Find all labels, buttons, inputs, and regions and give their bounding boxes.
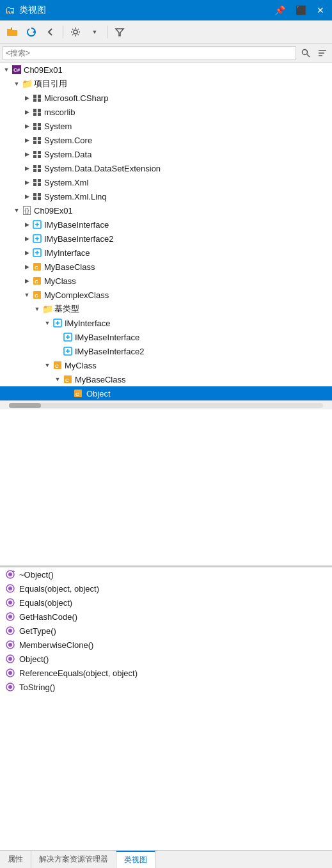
expand-system[interactable] bbox=[22, 119, 32, 133]
search-input[interactable] bbox=[3, 46, 296, 60]
tree-item-base-type[interactable]: 📁 基类型 bbox=[0, 302, 332, 316]
expand-mycomplexclass[interactable] bbox=[22, 288, 32, 302]
ref-icon-system-core bbox=[32, 135, 42, 145]
member-item-referenceequals[interactable]: ReferenceEquals(object, object) bbox=[0, 666, 332, 680]
close-button[interactable]: ✕ bbox=[314, 4, 327, 17]
tree-item-proj-ref[interactable]: 📁 项目引用 bbox=[0, 77, 332, 91]
member-item-gethashcode[interactable]: GetHashCode() bbox=[0, 610, 332, 624]
dock-button[interactable]: ⬛ bbox=[293, 4, 309, 17]
expand-imybase[interactable] bbox=[22, 217, 32, 232]
expand-imyinterface2[interactable] bbox=[42, 316, 52, 330]
member-item-memberwiseclone[interactable]: + MemberwiseClone() bbox=[0, 638, 332, 652]
tree-item-system[interactable]: System bbox=[0, 119, 332, 133]
tree-item-imyinterface[interactable]: IMyInterface bbox=[0, 246, 332, 260]
member-item-object-ctor[interactable]: Object() bbox=[0, 652, 332, 666]
tree-item-imyinterface2[interactable]: IMyInterface bbox=[0, 316, 332, 330]
window-icon: 🗂 bbox=[5, 4, 15, 16]
member-item-equals-1[interactable]: Equals(object) bbox=[0, 596, 332, 610]
svg-point-13 bbox=[303, 49, 308, 54]
tree-item-system-xml[interactable]: System.Xml bbox=[0, 175, 332, 189]
expand-ch09ex01[interactable] bbox=[1, 63, 12, 77]
expand-imybaseinterface2-leaf bbox=[52, 344, 63, 358]
expand-ms-csharp[interactable] bbox=[22, 91, 32, 105]
tree-label-ch09ex01: Ch09Ex01 bbox=[24, 65, 63, 75]
svg-rect-30 bbox=[33, 137, 36, 140]
tab-class-view[interactable]: 类视图 bbox=[116, 851, 155, 868]
svg-rect-18 bbox=[33, 95, 36, 98]
expand-imyinterface[interactable] bbox=[22, 246, 32, 260]
expand-system-data-dse[interactable] bbox=[22, 161, 32, 175]
pin-button[interactable]: 📌 bbox=[272, 4, 288, 17]
class-icon-myclass2: C bbox=[52, 360, 63, 370]
expand-mscorlib[interactable] bbox=[22, 105, 32, 119]
tree-item-system-data-dse[interactable]: System.Data.DataSetExtension bbox=[0, 161, 332, 175]
tree-item-system-data[interactable]: System.Data bbox=[0, 147, 332, 161]
namespace-icon: {} bbox=[22, 205, 32, 216]
tree-item-imybaseinterface2-leaf[interactable]: IMyBaseInterface2 bbox=[0, 344, 332, 358]
expand-ch09ex01-ns[interactable] bbox=[12, 203, 22, 217]
tree-label-system-data-dse: System.Data.DataSetExtension bbox=[44, 164, 161, 173]
expand-system-xml-linq[interactable] bbox=[22, 189, 32, 203]
tree-label-system-xml-linq: System.Xml.Linq bbox=[44, 192, 107, 201]
tree-item-imybaseinterface-leaf[interactable]: IMyBaseInterface bbox=[0, 330, 332, 344]
tree-item-ch09ex01-ns[interactable]: {} Ch09Ex01 bbox=[0, 203, 332, 217]
tab-solution-explorer[interactable]: 解决方案资源管理器 bbox=[31, 851, 116, 868]
member-item-dtor[interactable]: + ~Object() bbox=[0, 567, 332, 581]
tree-item-imybase[interactable]: IMyBaseInterface bbox=[0, 217, 332, 232]
member-item-equals-2[interactable]: Equals(object, object) bbox=[0, 581, 332, 596]
settings-button[interactable] bbox=[67, 24, 84, 40]
refresh-button[interactable] bbox=[23, 24, 40, 40]
expand-mybaseclass[interactable] bbox=[22, 260, 32, 274]
svg-point-95 bbox=[8, 657, 12, 661]
svg-line-9 bbox=[72, 29, 74, 30]
filter-button[interactable] bbox=[111, 24, 128, 40]
interface-icon-leaf1 bbox=[63, 332, 73, 342]
horizontal-scrollbar[interactable] bbox=[0, 400, 332, 409]
interface-icon-imyinterface2 bbox=[52, 318, 63, 328]
member-item-gettype[interactable]: GetType() bbox=[0, 624, 332, 638]
back-button[interactable] bbox=[42, 24, 59, 40]
settings-dropdown-button[interactable]: ▼ bbox=[86, 24, 103, 40]
member-item-tostring[interactable]: ToString() bbox=[0, 680, 332, 694]
svg-rect-43 bbox=[38, 179, 41, 182]
svg-point-90 bbox=[8, 629, 12, 633]
tree-label-myclass: MyClass bbox=[44, 276, 76, 286]
tree-label-imyinterface2: IMyInterface bbox=[65, 319, 111, 328]
svg-point-84 bbox=[8, 587, 12, 590]
folder-icon-base-type: 📁 bbox=[42, 304, 52, 314]
tree-item-imybase2[interactable]: IMyBaseInterface2 bbox=[0, 232, 332, 246]
tree-item-object[interactable]: C Object bbox=[0, 386, 332, 400]
expand-system-xml[interactable] bbox=[22, 175, 32, 189]
expand-system-core[interactable] bbox=[22, 133, 32, 147]
expand-myclass2[interactable] bbox=[42, 358, 52, 372]
svg-line-10 bbox=[78, 34, 79, 35]
svg-rect-28 bbox=[33, 127, 36, 130]
expand-system-data[interactable] bbox=[22, 147, 32, 161]
expand-mybaseclass2[interactable] bbox=[52, 372, 63, 386]
svg-rect-21 bbox=[38, 99, 41, 102]
add-folder-button[interactable] bbox=[4, 24, 20, 40]
expand-proj-ref[interactable] bbox=[12, 77, 22, 91]
tree-item-system-xml-linq[interactable]: System.Xml.Linq bbox=[0, 189, 332, 203]
svg-rect-27 bbox=[38, 123, 41, 126]
svg-rect-49 bbox=[38, 197, 41, 200]
tree-item-mscorlib[interactable]: mscorlib bbox=[0, 105, 332, 119]
tree-item-myclass[interactable]: C MyClass bbox=[0, 274, 332, 288]
tree-item-ms-csharp[interactable]: Microsoft.CSharp bbox=[0, 91, 332, 105]
ref-icon-system-data-dse bbox=[32, 163, 42, 173]
tree-label-base-type: 基类型 bbox=[54, 303, 79, 315]
expand-imybase2[interactable] bbox=[22, 232, 32, 246]
svg-point-99 bbox=[8, 685, 12, 689]
tab-properties[interactable]: 属性 bbox=[0, 851, 31, 868]
cs-icon: C# bbox=[12, 65, 22, 75]
sort-button[interactable] bbox=[315, 46, 329, 60]
tree-item-mycomplexclass[interactable]: C MyComplexClass bbox=[0, 288, 332, 302]
tree-item-mybaseclass2[interactable]: C MyBaseClass bbox=[0, 372, 332, 386]
expand-myclass[interactable] bbox=[22, 274, 32, 288]
tree-item-ch09ex01[interactable]: C# Ch09Ex01 bbox=[0, 63, 332, 77]
expand-base-type[interactable] bbox=[32, 302, 42, 316]
tree-item-mybaseclass[interactable]: C MyBaseClass bbox=[0, 260, 332, 274]
search-button[interactable] bbox=[299, 46, 313, 60]
tree-item-myclass2[interactable]: C MyClass bbox=[0, 358, 332, 372]
tree-item-system-core[interactable]: System.Core bbox=[0, 133, 332, 147]
